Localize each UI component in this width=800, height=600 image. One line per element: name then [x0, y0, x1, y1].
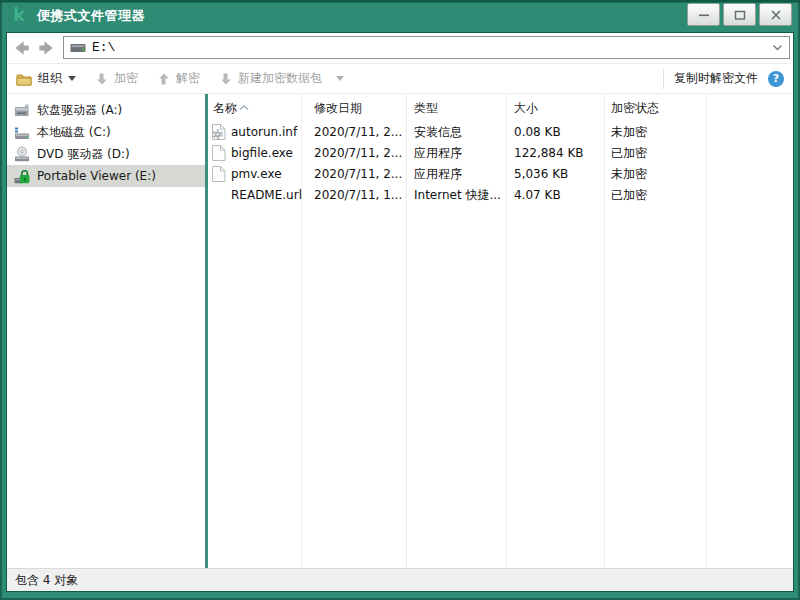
sidebar-item-label: 软盘驱动器 (A:)	[37, 102, 122, 119]
table-row[interactable]: pmv.exe 2020/7/11, 2... 应用程序 5,036 KB 未加…	[208, 164, 793, 185]
sidebar-item-label: DVD 驱动器 (D:)	[37, 146, 130, 163]
column-header-name[interactable]: 名称	[213, 94, 237, 120]
encrypt-button[interactable]: 加密	[95, 70, 138, 87]
arrow-down-icon	[219, 72, 232, 86]
help-icon: ?	[773, 72, 779, 85]
help-button[interactable]: ?	[768, 71, 784, 87]
toolbar: 组织 加密 解密 新建加密数据包	[7, 63, 793, 94]
arrow-down-icon	[95, 72, 108, 86]
table-row[interactable]: autorun.inf 2020/7/11, 2... 安装信息 0.08 KB…	[208, 122, 793, 143]
local-disk-icon	[14, 124, 30, 140]
file-name: autorun.inf	[231, 122, 297, 143]
back-button[interactable]	[11, 37, 33, 59]
titlebar: k 便携式文件管理器	[0, 0, 800, 32]
file-type: 应用程序	[414, 143, 462, 164]
file-status: 已加密	[611, 143, 647, 164]
organize-label: 组织	[38, 70, 62, 87]
file-type: 安装信息	[414, 122, 462, 143]
decrypt-button[interactable]: 解密	[157, 70, 200, 87]
file-size: 122,884 KB	[514, 143, 584, 164]
file-type: Internet 快捷...	[414, 185, 501, 206]
sidebar-item-local-disk-c[interactable]: 本地磁盘 (C:)	[7, 121, 205, 143]
navigation-bar: E:\	[7, 33, 793, 63]
file-size: 4.07 KB	[514, 185, 561, 206]
sidebar-item-portable-viewer-e[interactable]: Portable Viewer (E:)	[7, 165, 205, 187]
table-row[interactable]: bigfile.exe 2020/7/11, 2... 应用程序 122,884…	[208, 143, 793, 164]
column-header-date[interactable]: 修改日期	[314, 94, 362, 120]
sort-asc-icon	[239, 95, 249, 114]
back-arrow-icon	[12, 38, 32, 58]
file-name: pmv.exe	[231, 164, 282, 185]
main-area: 软盘驱动器 (A:) 本地磁盘 (C:)	[7, 94, 793, 568]
sidebar-item-label: 本地磁盘 (C:)	[37, 124, 111, 141]
close-button[interactable]	[759, 3, 792, 26]
kaspersky-logo-icon: k	[13, 4, 25, 25]
locked-drive-icon	[14, 168, 30, 184]
decrypt-label: 解密	[176, 70, 200, 87]
new-encrypted-package-button[interactable]: 新建加密数据包	[219, 70, 344, 87]
file-size: 0.08 KB	[514, 122, 561, 143]
organize-button[interactable]: 组织	[16, 70, 76, 87]
maximize-button[interactable]	[723, 3, 756, 26]
file-status: 未加密	[611, 164, 647, 185]
arrow-up-icon	[157, 72, 170, 86]
window-title: 便携式文件管理器	[37, 0, 145, 31]
encrypt-label: 加密	[114, 70, 138, 87]
column-header-size[interactable]: 大小	[514, 94, 538, 120]
file-type: 应用程序	[414, 164, 462, 185]
portable-file-manager-window: k 便携式文件管理器	[0, 0, 800, 600]
new-encrypted-package-label: 新建加密数据包	[238, 70, 322, 87]
forward-button[interactable]	[35, 37, 57, 59]
status-bar: 包含 4 对象	[7, 568, 793, 591]
file-date: 2020/7/11, 2...	[314, 143, 402, 164]
toolbar-right-group: 复制时解密文件 ?	[663, 69, 784, 89]
minimize-icon	[698, 9, 710, 21]
dropdown-triangle-icon	[68, 76, 76, 81]
address-bar[interactable]: E:\	[63, 36, 790, 59]
close-icon	[770, 9, 782, 21]
table-row[interactable]: README.url 2020/7/11, 1... Internet 快捷..…	[208, 185, 793, 206]
file-status: 未加密	[611, 122, 647, 143]
forward-arrow-icon	[36, 38, 56, 58]
status-text: 包含 4 对象	[15, 572, 78, 589]
address-dropdown-button[interactable]	[772, 44, 783, 51]
minimize-button[interactable]	[687, 3, 720, 26]
dvd-drive-icon	[14, 146, 30, 162]
floppy-drive-icon	[14, 102, 30, 118]
file-size: 5,036 KB	[514, 164, 568, 185]
sidebar-item-floppy-a[interactable]: 软盘驱动器 (A:)	[7, 99, 205, 121]
sidebar-item-dvd-drive-d[interactable]: DVD 驱动器 (D:)	[7, 143, 205, 165]
file-date: 2020/7/11, 1...	[314, 185, 402, 206]
drive-sidebar: 软盘驱动器 (A:) 本地磁盘 (C:)	[7, 94, 205, 568]
drive-icon	[70, 42, 86, 53]
address-path: E:\	[92, 40, 115, 55]
file-date: 2020/7/11, 2...	[314, 164, 402, 185]
toolbar-separator	[663, 69, 664, 89]
maximize-icon	[734, 9, 746, 21]
file-name: README.url	[231, 185, 302, 206]
folder-icon	[16, 72, 32, 86]
file-list: 名称 修改日期 类型 大小 加密状态	[208, 94, 793, 568]
window-content: E:\ 组织 加密	[6, 32, 794, 592]
file-date: 2020/7/11, 2...	[314, 122, 402, 143]
column-header-type[interactable]: 类型	[414, 94, 438, 120]
dropdown-triangle-icon	[336, 76, 344, 81]
chevron-down-icon	[772, 44, 783, 51]
column-header-status[interactable]: 加密状态	[611, 94, 659, 120]
file-status: 已加密	[611, 185, 647, 206]
file-name: bigfile.exe	[231, 143, 293, 164]
sidebar-item-label: Portable Viewer (E:)	[37, 169, 156, 183]
decrypt-on-copy-option[interactable]: 复制时解密文件	[674, 70, 758, 87]
window-controls	[687, 3, 792, 26]
